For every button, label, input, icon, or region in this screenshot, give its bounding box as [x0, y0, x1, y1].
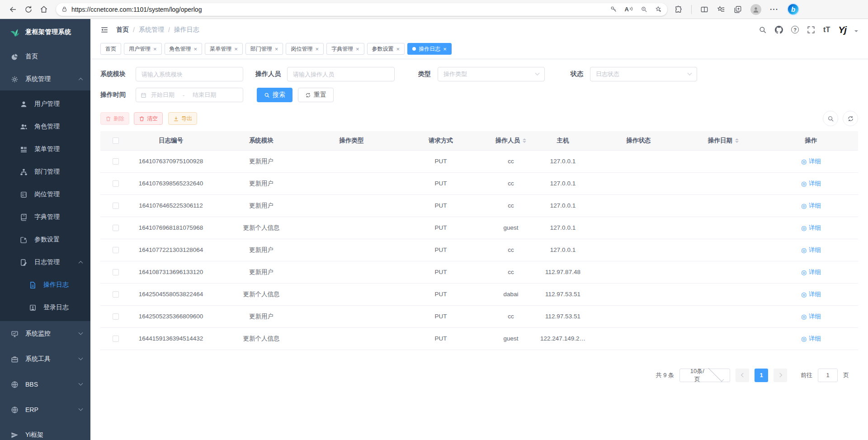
row-checkbox[interactable] — [113, 158, 119, 165]
col-operator[interactable]: 操作人员 — [491, 131, 531, 150]
detail-link[interactable]: ◎详细 — [801, 180, 821, 188]
tab-parameter-settings[interactable]: 参数设置× — [367, 43, 405, 55]
sidebar-item-system[interactable]: 系统管理 — [0, 68, 90, 90]
close-icon[interactable]: × — [194, 46, 198, 52]
row-checkbox[interactable] — [113, 313, 119, 320]
extensions-icon[interactable] — [675, 5, 683, 14]
sidebar-item-login-log[interactable]: 登录日志 — [0, 296, 90, 319]
tab-department-management[interactable]: 部门管理× — [245, 43, 283, 55]
detail-link[interactable]: ◎详细 — [801, 224, 821, 232]
close-icon[interactable]: × — [396, 46, 400, 52]
col-date[interactable]: 操作日期 — [683, 131, 764, 150]
caret-down-icon[interactable] — [854, 30, 858, 34]
tab-post-management[interactable]: 岗位管理× — [286, 43, 324, 55]
sidebar-item-bbs[interactable]: BBS — [0, 372, 90, 397]
sidebar-item-dictionary[interactable]: 字典管理 — [0, 206, 90, 228]
bing-chat-icon[interactable]: b — [787, 3, 799, 15]
status-select[interactable]: 日志状态 — [590, 67, 697, 81]
search-icon[interactable] — [759, 26, 767, 34]
close-icon[interactable]: × — [356, 46, 359, 52]
goto-page-input[interactable] — [818, 369, 838, 382]
sidebar-item-menus[interactable]: 菜单管理 — [0, 138, 90, 161]
browser-refresh-button[interactable] — [21, 2, 36, 17]
detail-link[interactable]: ◎详细 — [801, 290, 821, 298]
sort-icon[interactable] — [523, 137, 526, 145]
close-icon[interactable]: × — [153, 46, 157, 52]
current-page-button[interactable]: 1 — [755, 369, 768, 382]
close-icon[interactable]: × — [315, 46, 319, 52]
detail-link[interactable]: ◎详细 — [801, 268, 821, 276]
sidebar-item-departments[interactable]: 部门管理 — [0, 161, 90, 183]
detail-link[interactable]: ◎详细 — [801, 202, 821, 210]
tab-operation-log[interactable]: 操作日志× — [407, 43, 452, 55]
row-checkbox[interactable] — [113, 291, 119, 298]
detail-link[interactable]: ◎详细 — [801, 335, 821, 343]
date-range-picker[interactable]: 开始日期 - 结束日期 — [136, 88, 243, 102]
reset-button[interactable]: 重置 — [298, 88, 334, 102]
browser-menu-icon[interactable]: ··· — [770, 5, 778, 14]
export-button[interactable]: 导出 — [168, 112, 197, 125]
zoom-out-icon[interactable] — [641, 6, 647, 13]
profile-avatar[interactable] — [750, 4, 761, 15]
browser-home-button[interactable] — [36, 2, 52, 17]
sidebar-item-home[interactable]: 首页 — [0, 45, 90, 68]
refresh-table-button[interactable] — [843, 111, 858, 126]
user-logo[interactable]: Yj — [838, 24, 846, 35]
row-checkbox[interactable] — [113, 269, 119, 275]
sidebar-item-yi-framework[interactable]: Yi框架 — [0, 422, 90, 440]
tab-home[interactable]: 首页 — [100, 43, 121, 55]
operator-input[interactable] — [287, 67, 395, 81]
row-checkbox[interactable] — [113, 225, 119, 231]
sidebar-item-erp[interactable]: ERP — [0, 397, 90, 422]
password-key-icon[interactable] — [610, 6, 617, 13]
sidebar-item-log-management[interactable]: 日志管理 — [0, 251, 90, 274]
sidebar-item-parameters[interactable]: 参数设置 — [0, 228, 90, 251]
next-page-button[interactable] — [774, 369, 787, 382]
font-size-icon[interactable]: tT — [823, 26, 830, 34]
favorite-add-icon[interactable] — [655, 6, 662, 13]
delete-button[interactable]: 删除 — [100, 112, 129, 125]
breadcrumb-home[interactable]: 首页 — [116, 26, 129, 34]
favorites-icon[interactable] — [717, 5, 725, 14]
row-checkbox[interactable] — [113, 336, 119, 342]
sidebar-item-roles[interactable]: 角色管理 — [0, 115, 90, 138]
sidebar-item-tools[interactable]: 系统工具 — [0, 346, 90, 372]
address-bar[interactable]: https://ccnetcore.com:1101/system/log/op… — [56, 3, 667, 16]
close-icon[interactable]: × — [234, 46, 238, 52]
detail-link[interactable]: ◎详细 — [801, 157, 821, 166]
close-icon[interactable]: × — [275, 46, 278, 52]
sidebar-item-users[interactable]: 用户管理 — [0, 93, 90, 115]
prev-page-button[interactable] — [736, 369, 749, 382]
help-icon[interactable]: ? — [791, 26, 799, 33]
detail-link[interactable]: ◎详细 — [801, 246, 821, 254]
toggle-search-button[interactable] — [823, 111, 838, 126]
sidebar-item-posts[interactable]: 岗位管理 — [0, 183, 90, 206]
row-checkbox[interactable] — [113, 247, 119, 253]
search-button[interactable]: 搜索 — [257, 88, 292, 102]
page-size-select[interactable]: 10条/页 — [679, 369, 730, 382]
close-icon[interactable]: × — [443, 46, 447, 52]
tab-user-management[interactable]: 用户管理× — [124, 43, 162, 55]
github-icon[interactable] — [775, 26, 783, 34]
menu-fold-icon[interactable] — [100, 26, 108, 34]
tab-role-management[interactable]: 角色管理× — [165, 43, 203, 55]
collections-icon[interactable] — [734, 5, 742, 14]
tab-dictionary-management[interactable]: 字典管理× — [326, 43, 364, 55]
read-aloud-icon[interactable]: A — [625, 6, 633, 13]
split-screen-icon[interactable] — [700, 5, 708, 14]
app-logo[interactable]: 意框架管理系统 — [0, 19, 90, 45]
module-input[interactable] — [136, 67, 243, 81]
sidebar-item-operation-log[interactable]: 操作日志 — [0, 274, 90, 296]
row-checkbox[interactable] — [113, 203, 119, 209]
sort-icon[interactable] — [735, 137, 739, 145]
clear-button[interactable]: 清空 — [134, 112, 163, 125]
sidebar-item-monitor[interactable]: 系统监控 — [0, 321, 90, 346]
detail-link[interactable]: ◎详细 — [801, 312, 821, 321]
tab-menu-management[interactable]: 菜单管理× — [205, 43, 243, 55]
select-all-checkbox[interactable] — [113, 137, 119, 144]
browser-back-button[interactable] — [5, 2, 21, 17]
download-icon — [173, 116, 179, 122]
type-select[interactable]: 操作类型 — [438, 67, 545, 81]
fullscreen-icon[interactable] — [807, 26, 815, 34]
row-checkbox[interactable] — [113, 180, 119, 187]
